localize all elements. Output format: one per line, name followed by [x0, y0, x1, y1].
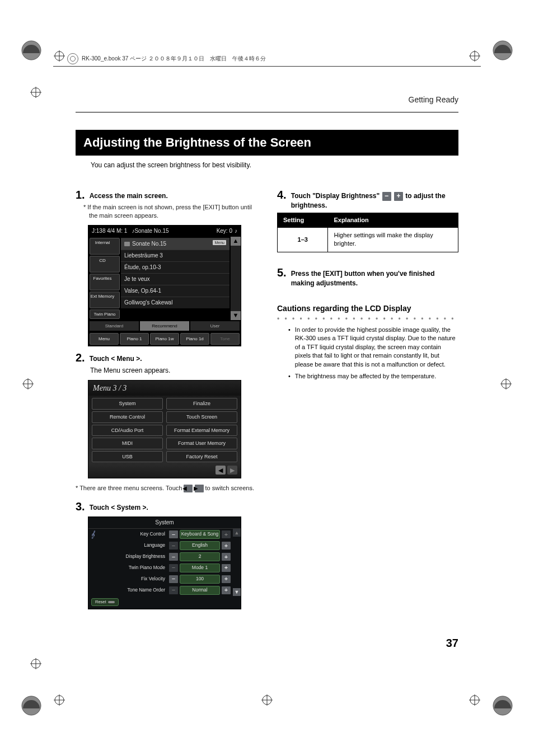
- plus-button[interactable]: +: [222, 575, 231, 583]
- song-row[interactable]: Liebesträume 3: [121, 250, 229, 261]
- minus-button[interactable]: −: [169, 586, 178, 594]
- step-num: 2.: [76, 352, 85, 363]
- piano1-button[interactable]: Piano 1: [120, 333, 149, 345]
- system-screen-figure: System 𝄞 Key Control−Keyboard & Song+Lan…: [88, 516, 241, 609]
- piano1d-button[interactable]: Piano 1d: [180, 333, 209, 345]
- tone-button[interactable]: Tone: [210, 333, 240, 345]
- system-row-value: English: [180, 541, 220, 550]
- plus-button[interactable]: +: [222, 586, 231, 594]
- registration-mark-bl: [20, 694, 43, 717]
- crop-mark-bl2: [54, 694, 65, 706]
- plus-button[interactable]: +: [222, 530, 231, 538]
- scroll-up-icon[interactable]: ▲: [231, 237, 241, 246]
- crop-mark-ml: [22, 378, 34, 389]
- tab-internal[interactable]: Internal: [90, 238, 120, 255]
- crop-mark-bl: [30, 658, 41, 669]
- crop-mark-bc: [261, 694, 273, 706]
- minus-button[interactable]: −: [169, 530, 178, 538]
- step-text: Touch "Display Brightness" − + to adjust…: [291, 189, 458, 210]
- th-setting: Setting: [278, 213, 328, 227]
- menu-item-format-user[interactable]: Format User Memory: [166, 438, 237, 449]
- step-3: 3. Touch < System >.: [76, 501, 257, 513]
- system-row-label: Language: [99, 542, 167, 549]
- th-explanation: Explanation: [328, 213, 458, 227]
- plus-icon: +: [394, 192, 403, 201]
- menu-next-icon[interactable]: ▶: [227, 466, 237, 475]
- song-row[interactable]: Étude, op.10-3: [121, 261, 229, 273]
- plus-button[interactable]: +: [222, 542, 231, 550]
- bullet-icon: •: [288, 372, 291, 381]
- minus-button[interactable]: −: [169, 542, 178, 550]
- menu-prev-icon[interactable]: ◀: [216, 466, 226, 475]
- left-arrow-icon: ◀: [184, 485, 193, 492]
- menu-item-touch[interactable]: Touch Screen: [166, 411, 237, 423]
- scroll-down-icon[interactable]: ▼: [231, 311, 241, 320]
- reset-button[interactable]: Reset: [91, 598, 119, 607]
- song-row-popup[interactable]: Menu: [213, 240, 226, 246]
- step-num: 4.: [277, 189, 287, 200]
- scroll-down-icon[interactable]: ▼: [233, 588, 241, 596]
- system-row: Tone Name Order−Normal+: [96, 585, 233, 596]
- caution-bullet: • In order to provide the highest possib…: [277, 326, 458, 369]
- td-explanation: Higher settings will make the display br…: [328, 228, 458, 252]
- bullet-text: In order to provide the highest possible…: [295, 326, 458, 369]
- step-4: 4. Touch "Display Brightness" − + to adj…: [277, 189, 458, 210]
- song-row[interactable]: Sonate No.15Menu: [121, 238, 229, 250]
- menu-item-finalize[interactable]: Finalize: [166, 398, 237, 410]
- tab-cd[interactable]: CD: [90, 256, 120, 273]
- intro-text: You can adjust the screen brightness for…: [91, 161, 251, 169]
- minus-button[interactable]: −: [169, 553, 178, 561]
- main-screen-figure: J:138 4/4 M: 1 ♪Sonate No.15 Key: 0 ♪ In…: [88, 225, 241, 347]
- step-text: Access the main screen.: [90, 189, 168, 201]
- tab-ext-memory[interactable]: Ext Memory: [90, 292, 120, 308]
- tab-favorites[interactable]: Favorites: [90, 274, 120, 290]
- caution-bullet: • The brightness may be affected by the …: [277, 372, 458, 381]
- system-title: System: [88, 517, 241, 529]
- minus-button[interactable]: −: [169, 575, 178, 583]
- slider-icon: [108, 601, 115, 603]
- plus-button[interactable]: +: [222, 553, 231, 561]
- menu-item-usb[interactable]: USB: [92, 451, 163, 463]
- menu-button[interactable]: Menu: [90, 333, 119, 345]
- seg-recommend[interactable]: Recommend: [140, 321, 189, 331]
- minus-button[interactable]: −: [169, 564, 178, 572]
- note-icon: 𝄞: [88, 529, 96, 595]
- menu-item-system[interactable]: System: [92, 398, 163, 410]
- seg-standard[interactable]: Standard: [90, 321, 139, 331]
- print-job-header: RK-300_e.book 37 ページ ２００８年９月１０日 水曜日 午後４時…: [67, 53, 266, 64]
- system-row-value: Keyboard & Song: [180, 530, 220, 539]
- right-arrow-icon: ▶: [195, 485, 204, 492]
- page-title: Adjusting the Brightness of the Screen: [76, 130, 458, 156]
- scrollbar-track[interactable]: [233, 537, 241, 588]
- scroll-up-icon[interactable]: ▲: [233, 529, 241, 537]
- seg-user[interactable]: User: [190, 321, 240, 331]
- menu-screen-figure: Menu 3 / 3 System Finalize Remote Contro…: [88, 380, 241, 479]
- divider-dots: • • • • • • • • • • • • • • • • • • • • …: [277, 316, 458, 322]
- system-row-value: Mode 1: [180, 564, 220, 572]
- system-row-value: 100: [180, 575, 220, 584]
- print-job-text: RK-300_e.book 37 ページ ２００８年９月１０日 水曜日 午後４時…: [82, 55, 266, 63]
- bullet-icon: •: [288, 326, 291, 369]
- menu-item-midi[interactable]: MIDI: [92, 438, 163, 449]
- registration-mark-tl: [20, 39, 43, 62]
- menu-item-remote[interactable]: Remote Control: [92, 411, 163, 423]
- menu-title: Menu 3 / 3: [93, 384, 127, 392]
- step-1: 1. Access the main screen.: [76, 189, 257, 201]
- target-icon: [67, 53, 78, 64]
- settings-table: Setting Explanation 1–3 Higher settings …: [277, 213, 458, 252]
- piano1w-button[interactable]: Piano 1w: [150, 333, 179, 345]
- song-row[interactable]: Je te veux: [121, 273, 229, 285]
- step-text: Touch < System >.: [90, 501, 148, 513]
- song-row[interactable]: Valse, Op.64-1: [121, 285, 229, 297]
- song-row[interactable]: Golliwog's Cakewal: [121, 297, 229, 308]
- system-row-label: Twin Piano Mode: [99, 565, 167, 571]
- menu-item-cdaudio[interactable]: CD/Audio Port: [92, 425, 163, 436]
- plus-button[interactable]: +: [222, 564, 231, 572]
- system-row-value: 2: [180, 552, 220, 561]
- step-text: Press the [EXIT] button when you've fini…: [291, 267, 458, 288]
- system-row: Display Brightness−2+: [96, 551, 233, 562]
- menu-item-format-ext[interactable]: Format External Memory: [166, 425, 237, 436]
- tab-twin-piano[interactable]: Twin Piano: [90, 309, 120, 319]
- scrollbar-track[interactable]: [231, 246, 241, 311]
- menu-item-factory[interactable]: Factory Reset: [166, 451, 237, 463]
